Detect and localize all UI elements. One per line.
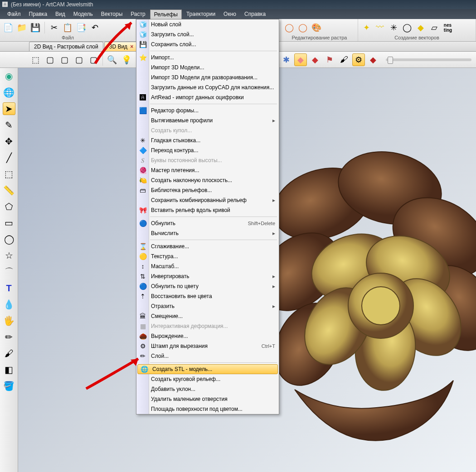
tab-3d-view[interactable]: 3D Вид× (104, 42, 138, 51)
menu-raster[interactable]: Растр (127, 10, 149, 19)
menu-item-28[interactable]: ⇅Инвертировать▸ (136, 271, 279, 281)
vec4-icon[interactable]: ◯ (402, 22, 413, 34)
pencil-icon[interactable]: ✏ (3, 331, 15, 343)
cut-icon[interactable]: ✂ (49, 22, 59, 34)
menu-item-25[interactable]: ⌛Сглаживание... (136, 241, 279, 251)
menu-item-42[interactable]: Площадь поверхности под цветом... (136, 404, 279, 414)
menu-item-23[interactable]: Вычислить▸ (136, 228, 279, 238)
move-icon[interactable]: ✥ (3, 135, 15, 148)
menu-item-4[interactable]: ⭐Импорт... (136, 53, 279, 63)
select-cursor-icon[interactable]: ➤ (3, 102, 15, 115)
star-tool-icon[interactable]: ☆ (3, 249, 15, 262)
eraser-icon[interactable]: ◧ (3, 363, 15, 376)
cube-persp-icon[interactable]: ▢ (87, 53, 100, 66)
vec3-icon[interactable]: ✳ (388, 22, 399, 34)
menu-file[interactable]: Файл (4, 10, 24, 19)
cube-front-icon[interactable]: ▢ (44, 53, 56, 66)
close-tab-icon[interactable]: × (130, 43, 133, 50)
ellipse-icon[interactable]: ◯ (3, 233, 15, 246)
menu-item-20[interactable]: 🎀Вставить рельеф вдоль кривой (136, 205, 279, 215)
menu-item-39[interactable]: Создать круговой рельеф... (136, 374, 279, 384)
polygon-icon[interactable]: ⬠ (3, 200, 15, 213)
brush-icon[interactable]: 🖌 (338, 53, 350, 66)
menu-item-38[interactable]: 🌐Создать STL - модель... (137, 364, 278, 374)
raster-tool2-icon[interactable]: ◯ (297, 22, 308, 34)
new-icon[interactable]: 📄 (3, 22, 14, 34)
nesting-icon[interactable]: nesting (442, 22, 453, 34)
menu-item-14[interactable]: 🔷Переход контура... (136, 145, 279, 155)
menu-item-2[interactable]: 💾Сохранить слой... (136, 39, 279, 49)
menu-item-27[interactable]: ↕Масштаб... (136, 261, 279, 271)
menu-item-10[interactable]: 🟦Редактор формы... (136, 106, 279, 116)
menu-item-35[interactable]: ⚙Штамп для вырезанияCtrl+T (136, 341, 279, 351)
globe-icon[interactable]: 🌐 (3, 86, 15, 99)
arc-icon[interactable]: ⌒ (3, 265, 15, 278)
smudge-icon[interactable]: 🖐 (3, 314, 15, 327)
bucket-icon[interactable]: 🪣 (3, 380, 15, 392)
brush2-icon[interactable]: 🖌 (3, 347, 15, 360)
ruler-icon[interactable]: 📏 (3, 184, 15, 197)
menu-item-34[interactable]: 🌰Вырождение... (136, 331, 279, 341)
cube-iso-icon[interactable]: ⬚ (29, 53, 42, 66)
menu-toolpaths[interactable]: Траектории (183, 10, 219, 19)
menu-item-5[interactable]: Импорт 3D Модели... (136, 63, 279, 72)
menu-item-18[interactable]: 🗃Библиотека рельефов... (136, 185, 279, 195)
tab-2d-view[interactable]: 2D Вид - Растровый слой (29, 42, 103, 51)
menu-item-13[interactable]: ✳Гладкая стыковка... (136, 135, 279, 145)
menu-item-0[interactable]: 🧊Новый слой (136, 19, 279, 29)
raster-tool1-icon[interactable]: ◯ (284, 22, 295, 34)
menu-item-22[interactable]: 🔵ОбнулитьShift+Delete (136, 218, 279, 228)
text-icon[interactable]: T (3, 282, 15, 294)
vec1-icon[interactable]: ✦ (361, 22, 372, 34)
undo-icon[interactable]: ↶ (89, 22, 100, 34)
zoom-in-icon[interactable]: 🔍 (106, 53, 118, 66)
menu-item-8[interactable]: 🅰ArtRead - импорт данных оцифровки (136, 92, 279, 102)
menu-reliefs[interactable]: Рельефы (150, 10, 182, 19)
menu-item-29[interactable]: 🔵Обнулить по цвету▸ (136, 281, 279, 291)
menu-item-32[interactable]: 🏛Смещение... (136, 311, 279, 321)
vec5-icon[interactable]: ◆ (415, 22, 426, 34)
menu-model[interactable]: Модель (70, 10, 97, 19)
menu-item-17[interactable]: 🍋Создать наклонную плоскость... (136, 175, 279, 185)
line-icon[interactable]: ╱ (3, 151, 15, 164)
drop-icon[interactable]: 💧 (3, 298, 15, 311)
menu-item-6[interactable]: Импорт 3D Модели для разворачивания... (136, 72, 279, 82)
vec2-icon[interactable]: 〰 (374, 22, 385, 34)
save-icon[interactable]: 💾 (30, 22, 41, 34)
cube-side-icon[interactable]: ▢ (58, 53, 71, 66)
menu-window[interactable]: Окно (220, 10, 240, 19)
diamond-icon[interactable]: ◆ (367, 53, 379, 66)
menu-item-31[interactable]: Отразить▸ (136, 301, 279, 311)
menu-item-1[interactable]: 🧊Загрузить слой... (136, 29, 279, 39)
shape2-icon[interactable]: ⬚ (3, 168, 15, 180)
pen-cursor-icon[interactable]: ✎ (3, 119, 15, 131)
menu-item-36[interactable]: ✏Слой... (136, 351, 279, 361)
menu-item-7[interactable]: Загрузить данные из CopyCAD для наложени… (136, 82, 279, 92)
menu-item-30[interactable]: ⇡Восстановить вне цвета (136, 291, 279, 301)
star-icon[interactable]: ✱ (280, 53, 292, 66)
raster-tool3-icon[interactable]: 🎨 (311, 22, 322, 34)
bulb-icon[interactable]: 💡 (120, 53, 133, 66)
flag-icon[interactable]: ⚑ (323, 53, 336, 66)
paste-icon[interactable]: 📑 (76, 22, 87, 34)
menu-item-26[interactable]: 🟡Текстура... (136, 251, 279, 261)
menu-item-19[interactable]: Сохранить комбинированный рельеф▸ (136, 195, 279, 205)
copy-icon[interactable]: 📋 (62, 22, 73, 34)
menu-item-41[interactable]: Удалить маленькие отверстия (136, 394, 279, 404)
menu-vectors[interactable]: Векторы (97, 10, 126, 19)
menu-item-16[interactable]: 🧶Мастер плетения... (136, 165, 279, 175)
layer1-icon[interactable]: ◆ (294, 53, 307, 66)
opacity-slider[interactable] (386, 58, 471, 61)
rectangle-icon[interactable]: ▭ (3, 217, 15, 229)
cube-top-icon[interactable]: ▢ (73, 53, 85, 66)
menu-item-40[interactable]: Добавить уклон... (136, 384, 279, 394)
menu-edit[interactable]: Правка (25, 10, 51, 19)
layer2-icon[interactable]: ◆ (309, 53, 321, 66)
vec6-icon[interactable]: ▱ (429, 22, 440, 34)
wheel-icon[interactable]: ⚙ (352, 53, 365, 66)
zoom-circle-icon[interactable]: ◉ (3, 70, 15, 82)
menu-help[interactable]: Справка (241, 10, 269, 19)
menu-item-11[interactable]: Вытягиваемые профили▸ (136, 116, 279, 125)
menu-view[interactable]: Вид (52, 10, 69, 19)
open-icon[interactable]: 📁 (16, 22, 27, 34)
